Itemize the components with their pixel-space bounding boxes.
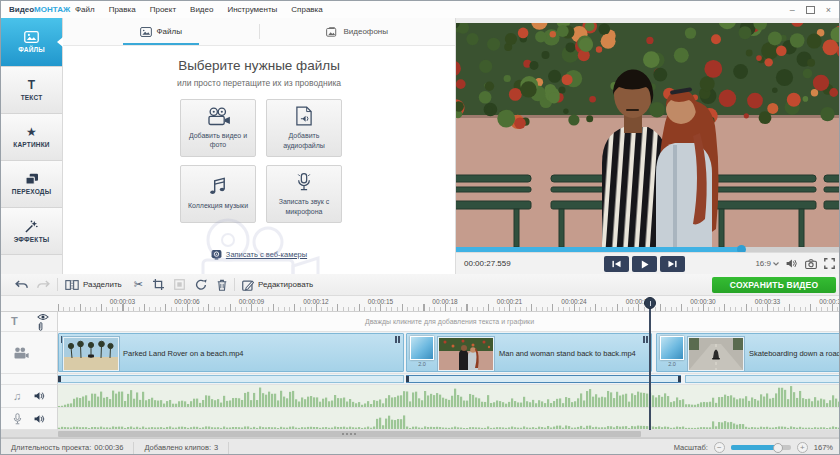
record-mic-label: Записать звук с микрофона (267, 197, 341, 215)
video-track: Parked Land Rover on a beach.mp4 2.0 (1, 332, 840, 374)
transition-badge[interactable]: 2.0 (660, 336, 684, 367)
clip-audio-segment[interactable] (58, 375, 404, 383)
fullscreen-icon[interactable] (824, 258, 835, 269)
split-button[interactable]: Разделить (65, 280, 122, 290)
app-window: ВидеоМОНТАЖ Файл Правка Проект Видео Инс… (0, 0, 840, 455)
segment-handle[interactable] (406, 376, 409, 382)
timeline-clip-3[interactable]: 2.0 Skateboarding down a road.mp4 (656, 333, 840, 372)
transition-badge[interactable]: 2.0 (410, 336, 434, 367)
add-audio-button[interactable]: Добавить аудиофайлы (266, 99, 342, 157)
zoom-slider-handle[interactable] (773, 443, 783, 453)
menu-item-tools[interactable]: Инструменты (227, 5, 277, 14)
clip-audio-segment[interactable] (685, 375, 840, 383)
undo-icon[interactable] (15, 280, 28, 289)
volume-icon[interactable] (786, 259, 798, 268)
sidebar-item-pictures[interactable]: ★ КАРТИНКИ (1, 114, 62, 161)
music-track-body[interactable] (58, 385, 840, 408)
music-mute-icon[interactable] (34, 392, 45, 401)
tab-video-backgrounds-label: Видеофоны (343, 27, 388, 36)
zoom-in-button[interactable]: + (797, 442, 808, 453)
ruler-label: 00:00:33 (746, 298, 790, 305)
save-video-button[interactable]: СОХРАНИТЬ ВИДЕО (712, 277, 836, 293)
timeline-ruler[interactable]: 00:00:03 00:00:06 00:00:09 00:00:12 00:0… (1, 296, 840, 312)
edit-button[interactable]: Редактировать (242, 279, 313, 291)
menu-item-edit[interactable]: Правка (109, 5, 136, 14)
ruler-label: 00:00:21 (488, 298, 532, 305)
play-button[interactable] (632, 256, 657, 272)
preview-controls: 00:00:27.559 16:9 (456, 252, 840, 275)
tab-files[interactable]: Файлы (63, 18, 259, 45)
rotate-icon[interactable] (195, 279, 207, 290)
app-logo: ВидеоМОНТАЖ (9, 5, 67, 14)
playhead-handle[interactable] (644, 297, 656, 309)
visibility-eye-icon[interactable] (37, 313, 49, 321)
menu-bar: ВидеоМОНТАЖ Файл Правка Проект Видео Инс… (1, 1, 840, 19)
menu-item-file[interactable]: Файл (75, 5, 95, 14)
record-mic-button[interactable]: Записать звук с микрофона (266, 165, 342, 223)
segment-handle[interactable] (58, 376, 61, 382)
add-audio-label: Добавить аудиофайлы (267, 131, 341, 149)
mic-track-body[interactable] (58, 408, 840, 430)
text-icon: T (28, 79, 35, 91)
add-video-label: Добавить видео и фото (181, 131, 255, 149)
next-frame-button[interactable] (660, 256, 685, 272)
music-notes-icon (208, 177, 229, 196)
sidebar-label-text: ТЕКСТ (21, 94, 43, 101)
music-track: ♫ (1, 385, 840, 408)
ruler-label: 00:00:15 (359, 298, 403, 305)
ruler-label: 00:00:30 (681, 298, 725, 305)
music-track-header: ♫ (1, 385, 58, 408)
status-bar: Длительность проекта: 00:00:36 Добавлено… (1, 438, 840, 455)
segment-handle[interactable] (678, 376, 681, 382)
aspect-ratio-select[interactable]: 16:9 (755, 259, 779, 268)
timeline-toolbar: Разделить ✂ Редактировать СОХРАНИТЬ ВИДЕ… (1, 274, 840, 296)
maximize-button[interactable] (806, 6, 815, 14)
video-preview: 00:00:27.559 16:9 (456, 18, 840, 274)
music-collection-label: Коллекция музыки (184, 201, 252, 210)
brand-accent: МОНТАЖ (34, 5, 70, 14)
menu-item-help[interactable]: Справка (291, 5, 322, 14)
files-icon (24, 31, 39, 43)
link-clip-icon[interactable] (37, 322, 49, 331)
text-track-body[interactable]: Дважды кликните для добавления текста и … (58, 312, 840, 332)
ruler-label: 00:00:06 (165, 298, 209, 305)
ruler-label: 00:00:03 (101, 298, 145, 305)
text-track-header: T (1, 312, 58, 332)
music-collection-button[interactable]: Коллекция музыки (180, 165, 256, 223)
transitions-icon (25, 173, 39, 185)
prev-frame-button[interactable] (604, 256, 629, 272)
sidebar-item-transitions[interactable]: ПЕРЕХОДЫ (1, 161, 62, 208)
minimize-button[interactable]: – (790, 5, 795, 15)
timeline-scrollbar-thumb[interactable] (58, 431, 641, 437)
sidebar-item-effects[interactable]: ЭФФЕКТЫ (1, 208, 62, 255)
clip-3-name: Skateboarding down a road.mp4 (749, 348, 840, 357)
zoom-slider[interactable] (731, 445, 791, 450)
close-button[interactable]: × (826, 5, 831, 15)
menu-item-project[interactable]: Проект (150, 5, 176, 14)
text-track-placeholder: Дважды кликните для добавления текста и … (365, 318, 534, 325)
transition-thumbnail (410, 336, 434, 360)
snapshot-camera-icon[interactable] (805, 259, 817, 269)
sidebar-item-files[interactable]: ФАЙЛЫ (1, 18, 62, 67)
mic-mute-icon[interactable] (34, 414, 45, 423)
clip-audio-segment-selected[interactable] (406, 375, 681, 383)
tab-video-backgrounds[interactable]: Видеофоны (260, 18, 456, 45)
timeline-clip-2[interactable]: 2.0 Man and woman stand back to back.mp4 (406, 333, 652, 372)
menu-item-video[interactable]: Видео (190, 5, 213, 14)
brand-prefix: Видео (9, 5, 34, 14)
files-panel: Файлы Видеофоны Выберите нужные файлы ил… (63, 18, 456, 274)
clip-audio-strip-header (1, 374, 58, 385)
add-video-button[interactable]: Добавить видео и фото (180, 99, 256, 157)
trash-icon[interactable] (217, 279, 227, 291)
timeline-clip-1[interactable]: Parked Land Rover on a beach.mp4 (58, 333, 404, 372)
clip-trim-handle[interactable] (395, 336, 401, 343)
scissors-icon[interactable]: ✂ (134, 278, 143, 291)
sidebar-item-text[interactable]: T ТЕКСТ (1, 67, 62, 114)
sidebar-label-pictures: КАРТИНКИ (13, 141, 50, 148)
split-label: Разделить (83, 280, 122, 289)
transition-duration: 2.0 (660, 361, 684, 367)
clips-count-value: 3 (214, 443, 218, 452)
timeline-scrollbar[interactable] (1, 430, 840, 438)
crop-icon[interactable] (153, 279, 164, 290)
zoom-out-button[interactable]: − (714, 442, 725, 453)
